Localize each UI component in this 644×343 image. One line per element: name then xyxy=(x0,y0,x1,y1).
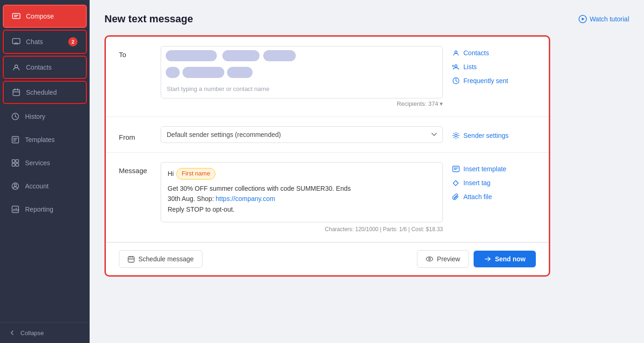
message-greeting: Hi First name xyxy=(168,168,436,180)
svg-rect-21 xyxy=(128,257,134,262)
sidebar-item-templates-label: Templates xyxy=(25,136,55,143)
schedule-icon xyxy=(128,256,135,263)
message-row: Message Hi First name Get 30% OFF summer… xyxy=(106,153,549,242)
svg-rect-9 xyxy=(16,163,19,166)
attach-file-link[interactable]: Attach file xyxy=(452,192,536,202)
account-icon xyxy=(11,182,20,190)
preview-icon xyxy=(426,255,433,263)
to-actions: Contacts Lists Frequently sent xyxy=(452,46,536,86)
sidebar-item-account[interactable]: Account xyxy=(3,175,87,197)
svg-point-22 xyxy=(426,257,433,261)
message-actions: Insert template Insert tag Attach file xyxy=(452,162,536,202)
message-input-area: Hi First name Get 30% OFF summer collect… xyxy=(161,162,443,233)
insert-template-link[interactable]: Insert template xyxy=(452,164,536,174)
page-header: New text message Watch tutorial xyxy=(104,13,629,25)
preview-button[interactable]: Preview xyxy=(417,250,469,268)
schedule-message-label: Schedule message xyxy=(138,255,194,263)
sidebar-item-scheduled-label: Scheduled xyxy=(26,89,57,96)
history-icon xyxy=(11,112,20,121)
insert-tag-icon xyxy=(452,179,460,187)
preview-label: Preview xyxy=(437,255,460,263)
message-box[interactable]: Hi First name Get 30% OFF summer collect… xyxy=(161,162,443,222)
to-chips-container[interactable]: Start typing a number or contact name xyxy=(161,46,443,98)
sidebar-item-scheduled[interactable]: Scheduled xyxy=(3,81,87,104)
sidebar-item-history-label: History xyxy=(25,113,46,120)
insert-tag-label: Insert tag xyxy=(463,179,490,187)
contacts-link-icon xyxy=(452,49,460,57)
svg-point-11 xyxy=(14,184,17,187)
contacts-link[interactable]: Contacts xyxy=(452,48,536,58)
lists-link[interactable]: Lists xyxy=(452,62,536,72)
frequently-sent-link[interactable]: Frequently sent xyxy=(452,76,536,86)
svg-point-18 xyxy=(455,135,457,137)
sidebar-item-services[interactable]: Services xyxy=(3,152,87,174)
recipient-chip-2 xyxy=(222,50,260,61)
message-link[interactable]: https://company.com xyxy=(216,195,275,202)
from-actions: Sender settings xyxy=(452,129,536,141)
to-input-area: Start typing a number or contact name Re… xyxy=(161,46,443,107)
sidebar-item-history[interactable]: History xyxy=(3,106,87,127)
sidebar-item-reporting[interactable]: Reporting xyxy=(3,199,87,220)
sidebar-collapse[interactable]: Collapse xyxy=(0,322,90,343)
svg-point-16 xyxy=(453,65,454,67)
recipients-count: Recipients: 374 ▾ xyxy=(161,100,443,107)
message-content: Get 30% OFF summer collections with code… xyxy=(168,183,436,214)
insert-tag-link[interactable]: Insert tag xyxy=(452,178,536,188)
chats-badge: 2 xyxy=(68,37,78,46)
sidebar-item-contacts[interactable]: Contacts xyxy=(3,56,87,79)
sidebar-item-chats-label: Chats xyxy=(26,38,43,45)
svg-rect-7 xyxy=(16,160,19,162)
sender-settings-label: Sender settings xyxy=(463,132,508,139)
recipient-chip-6 xyxy=(227,67,253,78)
svg-rect-0 xyxy=(13,13,20,19)
lists-link-label: Lists xyxy=(463,63,477,71)
svg-point-2 xyxy=(15,65,18,68)
compose-form: To Start typing a number or contact name… xyxy=(104,35,550,277)
message-stats: Characters: 120/1000 | Parts: 1/6 | Cost… xyxy=(161,226,443,233)
frequently-sent-icon xyxy=(452,77,460,84)
watch-tutorial-link[interactable]: Watch tutorial xyxy=(579,15,629,23)
hi-text: Hi xyxy=(168,168,174,179)
svg-point-15 xyxy=(455,65,457,67)
sidebar-item-chats[interactable]: Chats 2 xyxy=(3,30,87,54)
sidebar-item-compose-label: Compose xyxy=(26,13,54,20)
svg-point-20 xyxy=(456,181,457,182)
insert-template-label: Insert template xyxy=(463,165,507,173)
message-label: Message xyxy=(119,162,151,175)
compose-icon xyxy=(12,12,20,20)
recipient-chip-1 xyxy=(166,50,217,61)
from-input-area: Default sender settings (recommended) xyxy=(161,126,443,143)
svg-point-23 xyxy=(429,258,430,260)
collapse-label: Collapse xyxy=(20,330,44,337)
sidebar-item-templates[interactable]: Templates xyxy=(3,129,87,150)
schedule-message-button[interactable]: Schedule message xyxy=(119,250,202,268)
frequently-sent-label: Frequently sent xyxy=(463,77,508,84)
sender-settings-link[interactable]: Sender settings xyxy=(452,130,536,141)
to-row: To Start typing a number or contact name… xyxy=(106,37,549,117)
to-placeholder: Start typing a number or contact name xyxy=(166,84,270,94)
contacts-link-label: Contacts xyxy=(463,49,489,57)
first-name-chip[interactable]: First name xyxy=(176,168,215,180)
sidebar-item-compose[interactable]: Compose xyxy=(3,5,87,28)
svg-rect-8 xyxy=(12,163,15,166)
sidebar-item-contacts-label: Contacts xyxy=(26,64,52,71)
insert-template-icon xyxy=(452,165,460,173)
from-label: From xyxy=(119,129,151,141)
play-icon xyxy=(579,15,587,23)
sidebar: Compose Chats 2 Contacts Scheduled Histo… xyxy=(0,0,90,343)
contacts-icon xyxy=(12,63,20,71)
send-now-button[interactable]: Send now xyxy=(474,251,536,267)
lists-link-icon xyxy=(452,63,460,71)
svg-rect-19 xyxy=(453,166,459,172)
services-icon xyxy=(11,159,20,167)
collapse-icon xyxy=(8,329,16,337)
sidebar-item-reporting-label: Reporting xyxy=(25,206,53,213)
chats-icon xyxy=(12,38,20,46)
recipient-chip-4 xyxy=(166,67,180,78)
recipient-chip-5 xyxy=(182,67,224,78)
from-select[interactable]: Default sender settings (recommended) xyxy=(161,126,443,143)
svg-rect-3 xyxy=(13,90,20,96)
send-now-label: Send now xyxy=(495,255,526,263)
page-title: New text message xyxy=(104,13,193,25)
reporting-icon xyxy=(11,205,20,214)
